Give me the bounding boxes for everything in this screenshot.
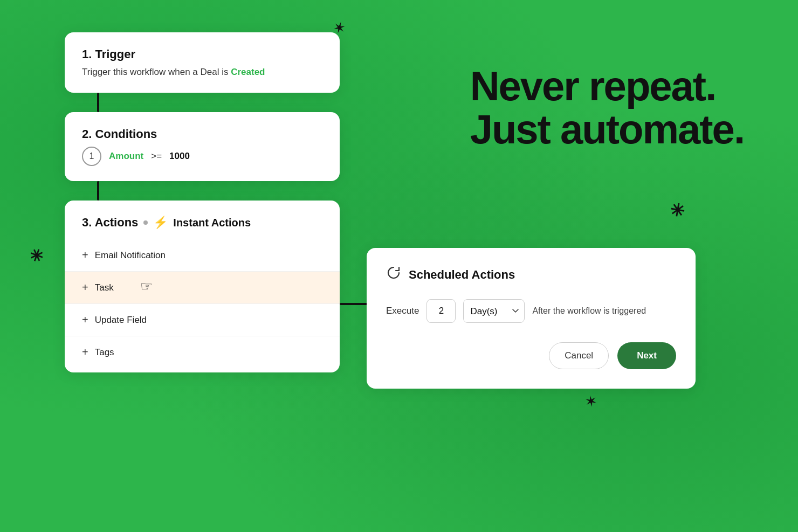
- trigger-title: 1. Trigger: [82, 47, 322, 61]
- connector-2: [97, 181, 99, 201]
- lightning-icon: ⚡: [153, 216, 168, 230]
- trigger-body: Trigger this workflow when a Deal is Cre…: [82, 67, 322, 78]
- execute-value-input[interactable]: [426, 299, 456, 323]
- hand-cursor-icon: ☞: [140, 278, 153, 295]
- action-item-update-field[interactable]: + Update Field: [65, 304, 340, 336]
- scheduled-header: Scheduled Actions: [386, 265, 676, 284]
- condition-value: 1000: [169, 151, 190, 162]
- execute-label: Execute: [386, 306, 419, 316]
- trigger-body-highlighted: Created: [231, 67, 265, 77]
- task-label: Task: [95, 282, 114, 293]
- execute-row: Execute Day(s) Hour(s) Week(s) Month(s) …: [386, 299, 676, 323]
- scheduled-title: Scheduled Actions: [409, 268, 515, 282]
- scheduled-actions-panel: Scheduled Actions Execute Day(s) Hour(s)…: [367, 248, 696, 389]
- condition-operator: >=: [151, 151, 162, 162]
- tags-label: Tags: [95, 347, 114, 358]
- after-text: After the workflow is triggered: [532, 306, 646, 316]
- cancel-button[interactable]: Cancel: [549, 342, 609, 369]
- spark-decoration-2: ✳: [27, 246, 46, 266]
- plus-icon-update-field: +: [82, 314, 88, 326]
- spark-decoration-4: ✶: [585, 396, 597, 409]
- action-item-tags[interactable]: + Tags: [65, 336, 340, 368]
- update-field-label: Update Field: [95, 315, 147, 326]
- action-item-task[interactable]: + Task ☞: [65, 272, 340, 303]
- trigger-card: 1. Trigger Trigger this workflow when a …: [65, 32, 340, 93]
- workflow-column: 1. Trigger Trigger this workflow when a …: [65, 32, 340, 372]
- scheduled-icon: [386, 265, 401, 284]
- condition-field: Amount: [109, 151, 143, 162]
- action-item-email[interactable]: + Email Notification: [65, 239, 340, 271]
- actions-header: 3. Actions ⚡ Instant Actions: [65, 216, 340, 230]
- plus-icon-email: +: [82, 249, 88, 261]
- period-select[interactable]: Day(s) Hour(s) Week(s) Month(s): [463, 299, 525, 323]
- next-button[interactable]: Next: [617, 342, 676, 369]
- trigger-body-prefix: Trigger this workflow when a Deal is: [82, 67, 231, 77]
- condition-row: 1 Amount >= 1000: [82, 147, 322, 166]
- condition-badge: 1: [82, 147, 101, 166]
- plus-icon-task: +: [82, 281, 88, 294]
- horizontal-connector: [340, 303, 369, 305]
- scheduled-footer: Cancel Next: [386, 342, 676, 369]
- conditions-card: 2. Conditions 1 Amount >= 1000: [65, 112, 340, 181]
- instant-actions-label: Instant Actions: [173, 217, 251, 229]
- conditions-title: 2. Conditions: [82, 127, 322, 141]
- spark-decoration-3: ✳: [669, 201, 686, 220]
- email-notification-label: Email Notification: [95, 250, 166, 261]
- tagline: Never repeat. Just automate.: [470, 65, 744, 151]
- dot-separator: [143, 220, 148, 225]
- actions-card: 3. Actions ⚡ Instant Actions + Email Not…: [65, 201, 340, 372]
- connector-1: [97, 93, 99, 112]
- plus-icon-tags: +: [82, 346, 88, 358]
- tagline-line2: Just automate.: [470, 108, 744, 151]
- actions-title: 3. Actions: [82, 216, 138, 230]
- tagline-line1: Never repeat.: [470, 65, 744, 108]
